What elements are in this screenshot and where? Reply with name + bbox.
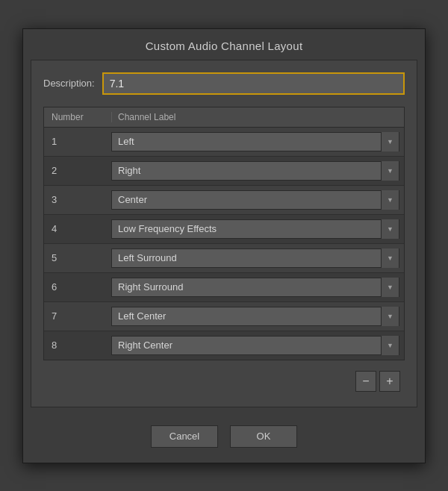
dropdown-arrow-5[interactable] (381, 248, 399, 268)
add-channel-button[interactable]: + (379, 371, 400, 392)
dropdown-arrow-3[interactable] (381, 190, 399, 210)
table-row: 7 Left Center (44, 302, 404, 331)
channel-select-2[interactable]: Right (111, 161, 399, 181)
cell-number: 2 (44, 165, 111, 176)
dropdown-arrow-2[interactable] (381, 161, 399, 181)
dropdown-arrow-6[interactable] (381, 278, 399, 297)
remove-channel-button[interactable]: − (355, 371, 376, 392)
channel-label-8: Right Center (112, 336, 381, 355)
cell-label: Right Surround (111, 273, 404, 301)
bottom-controls: − + (43, 368, 405, 395)
cell-label: Left Center (111, 302, 404, 331)
col-number-header: Number (44, 112, 111, 122)
description-row: Description: (43, 72, 405, 95)
cell-label: Low Frequency Effects (111, 215, 404, 243)
table-row: 8 Right Center (44, 331, 404, 360)
dropdown-arrow-8[interactable] (381, 336, 399, 355)
cancel-button[interactable]: Cancel (151, 425, 218, 448)
channel-select-3[interactable]: Center (111, 190, 399, 210)
channel-select-5[interactable]: Left Surround (111, 248, 399, 268)
table-row: 4 Low Frequency Effects (44, 215, 404, 244)
cell-label: Center (111, 186, 404, 214)
dialog-title: Custom Audio Channel Layout (23, 29, 425, 60)
dropdown-arrow-1[interactable] (381, 132, 399, 151)
cell-number: 3 (44, 194, 111, 205)
channel-label-7: Left Center (112, 307, 381, 326)
table-row: 5 Left Surround (44, 244, 404, 273)
channel-label-1: Left (112, 132, 381, 151)
dialog-body: Description: Number Channel Label 1 Left… (31, 60, 417, 407)
channel-label-4: Low Frequency Effects (112, 219, 381, 239)
table-row: 3 Center (44, 186, 404, 215)
cell-number: 8 (44, 340, 111, 351)
channel-label-6: Right Surround (112, 278, 381, 297)
table-row: 6 Right Surround (44, 273, 404, 302)
cell-label: Left (111, 128, 404, 156)
description-input[interactable] (102, 72, 405, 95)
description-label: Description: (43, 78, 95, 89)
channel-label-2: Right (112, 161, 381, 181)
channel-label-3: Center (112, 190, 381, 210)
dropdown-arrow-4[interactable] (381, 219, 399, 239)
cell-number: 5 (44, 252, 111, 263)
channel-select-8[interactable]: Right Center (111, 336, 399, 355)
col-label-header: Channel Label (111, 112, 404, 122)
dropdown-arrow-7[interactable] (381, 307, 399, 326)
ok-button[interactable]: OK (230, 425, 297, 448)
channel-label-5: Left Surround (112, 248, 381, 268)
table-row: 2 Right (44, 157, 404, 186)
cell-label: Right Center (111, 331, 404, 360)
channel-select-7[interactable]: Left Center (111, 307, 399, 326)
cell-number: 7 (44, 310, 111, 322)
cell-number: 1 (44, 136, 111, 147)
cell-label: Right (111, 157, 404, 185)
cell-number: 4 (44, 223, 111, 234)
channel-select-6[interactable]: Right Surround (111, 278, 399, 297)
cell-number: 6 (44, 281, 111, 293)
dialog-footer: Cancel OK (23, 415, 425, 463)
cell-label: Left Surround (111, 244, 404, 272)
table-row: 1 Left (44, 128, 404, 157)
channel-table: Number Channel Label 1 Left 2 Right (43, 107, 405, 360)
table-header: Number Channel Label (44, 107, 404, 128)
channel-select-4[interactable]: Low Frequency Effects (111, 219, 399, 239)
channel-select-1[interactable]: Left (111, 132, 399, 151)
dialog-window: Custom Audio Channel Layout Description:… (22, 28, 426, 463)
